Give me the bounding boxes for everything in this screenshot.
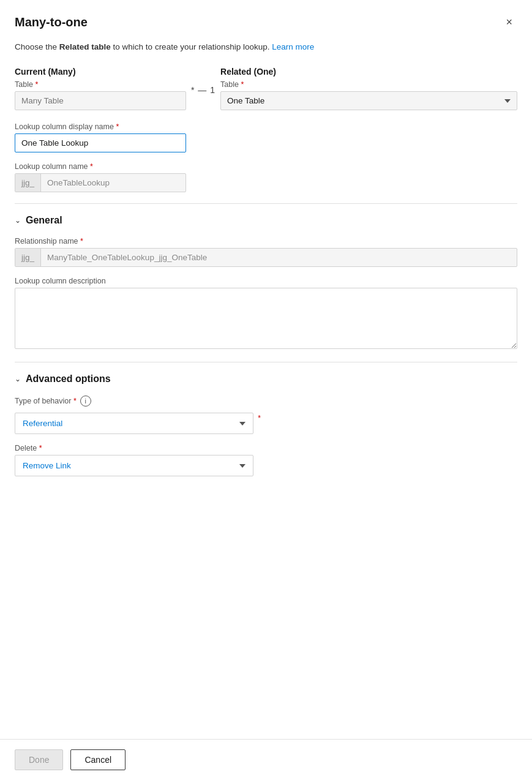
behavior-value: Referential — [23, 419, 62, 428]
related-table-label: Table * — [220, 80, 517, 89]
lookup-description-label: Lookup column description — [15, 277, 517, 285]
advanced-chevron-icon: ⌄ — [15, 375, 21, 383]
type-of-behavior-label-row: Type of behavior * i — [15, 396, 517, 407]
current-heading: Current (Many) — [15, 67, 186, 77]
lookup-display-label: Lookup column display name * — [15, 122, 517, 131]
general-section-toggle[interactable]: ⌄ General — [15, 215, 517, 226]
related-heading: Related (One) — [220, 67, 517, 77]
lookup-display-name-input[interactable] — [15, 133, 186, 152]
one-table-dropdown[interactable]: One Table — [220, 91, 517, 110]
lookup-column-name-field: Lookup column name * jjg_ OneTableLookup — [15, 162, 517, 192]
section-divider-1 — [15, 203, 517, 204]
relationship-name-prefix: jjg_ — [15, 249, 41, 266]
delete-chevron-icon — [239, 464, 245, 468]
dialog-title: Many-to-one — [15, 15, 88, 29]
intro-text: Choose the Related table to which to cre… — [15, 41, 517, 53]
lookup-column-name-input-row: jjg_ OneTableLookup — [15, 173, 186, 192]
related-table-col: Related (One) Table * One Table — [220, 67, 517, 110]
dialog-footer: Done Cancel — [0, 739, 532, 780]
info-icon[interactable]: i — [80, 396, 91, 407]
intro-text-after: to which to create your relationship loo… — [111, 42, 270, 51]
intro-bold: Related table — [59, 42, 111, 51]
lookup-display-name-field: Lookup column display name * — [15, 122, 517, 152]
behavior-chevron-icon — [239, 422, 245, 426]
relationship-name-input-row: jjg_ ManyTable_OneTableLookup_jjg_OneTab… — [15, 248, 517, 267]
done-button[interactable]: Done — [15, 749, 63, 770]
lookup-column-name-label: Lookup column name * — [15, 162, 517, 171]
type-of-behavior-label: Type of behavior * — [15, 397, 77, 405]
intro-text-before: Choose the — [15, 42, 59, 51]
dialog-header: Many-to-one × — [0, 0, 532, 41]
current-table-col: Current (Many) Table * — [15, 67, 186, 110]
chevron-down-icon — [504, 99, 511, 103]
general-section-label: General — [26, 215, 62, 226]
delete-label: Delete * — [15, 444, 517, 452]
type-of-behavior-field: Type of behavior * i Referential * — [15, 396, 517, 434]
many-table-input[interactable] — [15, 91, 186, 110]
advanced-section-toggle[interactable]: ⌄ Advanced options — [15, 373, 517, 384]
connector-symbol: * — 1 — [186, 67, 220, 95]
delete-field: Delete * Remove Link — [15, 444, 517, 476]
lookup-description-field: Lookup column description — [15, 277, 517, 351]
relationship-name-field: Relationship name * jjg_ ManyTable_OneTa… — [15, 237, 517, 267]
close-button[interactable]: × — [501, 13, 517, 31]
current-table-label: Table * — [15, 80, 186, 89]
cancel-button[interactable]: Cancel — [70, 749, 126, 770]
one-table-value: One Table — [227, 96, 264, 105]
relationship-name-value: ManyTable_OneTableLookup_jjg_OneTable — [41, 249, 517, 266]
advanced-section-label: Advanced options — [26, 373, 111, 384]
lookup-description-textarea[interactable] — [15, 288, 517, 349]
delete-dropdown[interactable]: Remove Link — [15, 455, 253, 476]
dialog-container: Many-to-one × Choose the Related table t… — [0, 0, 532, 780]
behavior-required-asterisk: * — [258, 414, 261, 422]
learn-more-link[interactable]: Learn more — [272, 42, 314, 51]
section-divider-2 — [15, 362, 517, 362]
lookup-column-prefix: jjg_ — [15, 174, 41, 192]
dialog-body: Choose the Related table to which to cre… — [0, 41, 532, 739]
behavior-dropdown[interactable]: Referential — [15, 413, 253, 434]
lookup-column-value: OneTableLookup — [41, 174, 185, 192]
tables-row: Current (Many) Table * * — 1 Related (On… — [15, 67, 517, 110]
delete-value: Remove Link — [23, 461, 71, 470]
general-chevron-icon: ⌄ — [15, 216, 21, 225]
relationship-name-label: Relationship name * — [15, 237, 517, 246]
